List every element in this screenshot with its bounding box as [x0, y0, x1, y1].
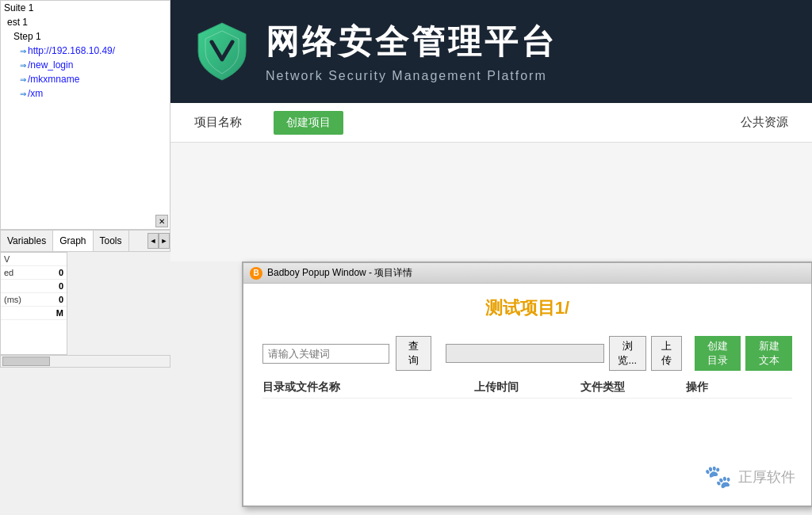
tab-nav-left[interactable]: ◄ [147, 233, 159, 249]
watermark-text: 正厚软件 [738, 467, 795, 486]
file-upload-row: 浏览... 上传 创建目录 新建文本 [446, 336, 792, 371]
stats-value-ed: 0 [59, 268, 63, 277]
upload-button[interactable]: 上传 [651, 336, 682, 371]
nav-bar: 项目名称 创建项目 公共资源 [170, 103, 812, 143]
query-button[interactable]: 查询 [396, 336, 431, 371]
main-browser: 网络安全管理平台 Network Security Management Pla… [170, 0, 812, 515]
arrow-icon-3: ⇒ [20, 75, 26, 84]
popup-content: 测试项目1/ 查询 浏览... 上传 创建目录 新建文本 目录或文件名称 上传时… [243, 284, 811, 505]
stats-row-4: (ms) 0 [1, 293, 67, 307]
popup-icon: B [250, 267, 262, 280]
tab-nav-right[interactable]: ► [159, 233, 170, 249]
file-path-display [446, 344, 604, 363]
browse-button[interactable]: 浏览... [609, 336, 646, 371]
scroll-thumb[interactable] [2, 357, 50, 366]
popup-titlebar: B Badboy Popup Window - 项目详情 [243, 263, 811, 284]
arrow-icon-2: ⇒ [20, 61, 26, 70]
col-file-type: 文件类型 [580, 380, 687, 395]
stats-label-v: V [4, 254, 10, 264]
tree-url-1[interactable]: ⇒ http://192.168.10.49/ [1, 44, 170, 58]
tree-url-2[interactable]: ⇒ /new_login [1, 58, 170, 72]
arrow-icon-1: ⇒ [20, 47, 26, 55]
tree-test[interactable]: est 1 [1, 15, 170, 29]
stats-panel: V ed 0 0 (ms) 0 M [0, 252, 67, 355]
watermark: 🐾 正厚软件 [704, 464, 795, 490]
stats-label-ed: ed [4, 268, 13, 277]
col-name: 目录或文件名称 [262, 380, 474, 395]
arrow-icon-4: ⇒ [20, 90, 26, 98]
tab-graph[interactable]: Graph [53, 231, 93, 251]
header-text-block: 网络安全管理平台 Network Security Management Pla… [266, 20, 557, 83]
left-tab-bar: Variables Graph Tools ◄ ► [0, 230, 170, 252]
stats-value-5: M [56, 308, 63, 318]
stats-label-ms: (ms) [4, 295, 21, 304]
search-input[interactable] [262, 344, 389, 364]
stats-value-ms: 0 [59, 295, 63, 304]
tree-url-4[interactable]: ⇒ /xm [1, 86, 170, 101]
create-project-button[interactable]: 创建项目 [274, 111, 343, 135]
close-panel-button[interactable]: ✕ [155, 215, 168, 227]
logo-shield-icon [194, 20, 250, 83]
header-title: 网络安全管理平台 [266, 20, 557, 64]
left-scrollbar[interactable] [0, 355, 170, 368]
stats-row-3: 0 [1, 280, 67, 293]
tab-variables[interactable]: Variables [1, 231, 53, 251]
col-upload-time: 上传时间 [474, 380, 580, 395]
header-subtitle: Network Security Management Platform [266, 69, 557, 83]
popup-page-title: 测试项目1/ [262, 296, 792, 320]
nav-public-resources[interactable]: 公共资源 [733, 111, 796, 134]
stats-row-1: V [1, 253, 67, 266]
create-dir-button[interactable]: 创建目录 [695, 336, 741, 371]
stats-row-5: M [1, 307, 67, 320]
popup-window: B Badboy Popup Window - 项目详情 测试项目1/ 查询 浏… [242, 261, 812, 507]
browser-header: 网络安全管理平台 Network Security Management Pla… [170, 0, 812, 103]
content-area [170, 143, 812, 261]
watermark-icon: 🐾 [704, 464, 732, 490]
left-tree-panel: Suite 1 est 1 Step 1 ⇒ http://192.168.10… [0, 0, 170, 230]
tree-step[interactable]: Step 1 [1, 29, 170, 44]
tab-tools[interactable]: Tools [94, 231, 129, 251]
search-row: 查询 浏览... 上传 创建目录 新建文本 [262, 336, 792, 371]
stats-row-2: ed 0 [1, 266, 67, 280]
col-action: 操作 [686, 380, 792, 395]
tab-nav: ◄ ► [147, 233, 170, 249]
tree-suite[interactable]: Suite 1 [1, 1, 170, 15]
popup-title-text: Badboy Popup Window - 项目详情 [267, 266, 412, 280]
new-text-button[interactable]: 新建文本 [745, 336, 792, 371]
tree-url-3[interactable]: ⇒ /mkxmname [1, 72, 170, 86]
nav-project-label: 项目名称 [186, 111, 250, 134]
stats-value-3: 0 [59, 281, 63, 291]
table-header: 目录或文件名称 上传时间 文件类型 操作 [262, 377, 792, 399]
